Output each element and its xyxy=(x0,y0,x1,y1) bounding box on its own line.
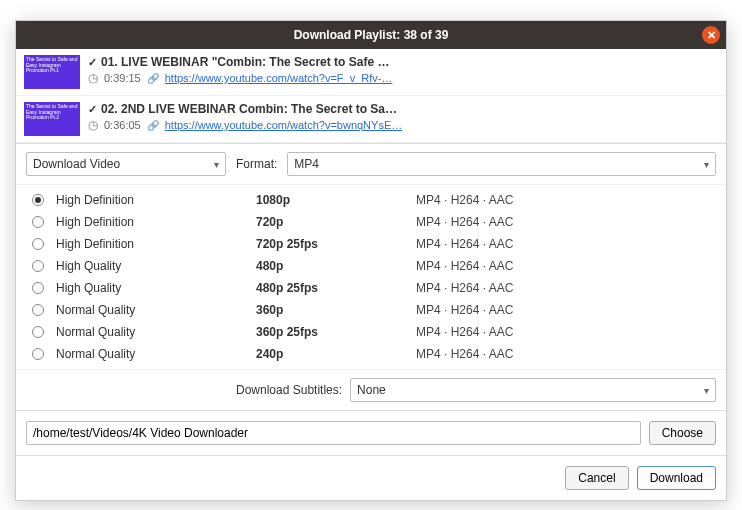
quality-name: High Definition xyxy=(56,215,256,229)
path-row: Choose xyxy=(16,410,726,455)
quality-list[interactable]: High Definition1080pMP4 · H264 · AACHigh… xyxy=(16,185,726,369)
quality-name: High Quality xyxy=(56,259,256,273)
playlist-item[interactable]: The Secret to Safe and Easy Instagram Pr… xyxy=(16,49,726,96)
video-title: 01. LIVE WEBINAR "Combin: The Secret to … xyxy=(101,55,389,69)
quality-codec: MP4 · H264 · AAC xyxy=(416,237,513,251)
video-url-link[interactable]: https://www.youtube.com/watch?v=F_v_Rfv-… xyxy=(165,72,393,84)
quality-name: Normal Quality xyxy=(56,325,256,339)
subtitles-select[interactable]: None xyxy=(350,378,716,402)
quality-resolution: 480p xyxy=(256,259,416,273)
download-button[interactable]: Download xyxy=(637,466,716,490)
subtitles-value: None xyxy=(357,383,386,397)
quality-resolution: 360p 25fps xyxy=(256,325,416,339)
quality-name: High Definition xyxy=(56,237,256,251)
quality-resolution: 720p xyxy=(256,215,416,229)
close-button[interactable]: ✕ xyxy=(702,26,720,44)
quality-option[interactable]: High Definition1080pMP4 · H264 · AAC xyxy=(16,189,726,211)
video-title: 02. 2ND LIVE WEBINAR Combin: The Secret … xyxy=(101,102,397,116)
quality-codec: MP4 · H264 · AAC xyxy=(416,347,513,361)
download-mode-value: Download Video xyxy=(33,157,120,171)
choose-button[interactable]: Choose xyxy=(649,421,716,445)
close-icon: ✕ xyxy=(707,29,716,42)
quality-name: Normal Quality xyxy=(56,303,256,317)
radio-icon xyxy=(32,238,44,250)
playlist-item-info: ✓02. 2ND LIVE WEBINAR Combin: The Secret… xyxy=(88,102,718,136)
quality-codec: MP4 · H264 · AAC xyxy=(416,325,513,339)
format-value: MP4 xyxy=(294,157,319,171)
video-url-link[interactable]: https://www.youtube.com/watch?v=bwnqNYsE… xyxy=(165,119,403,131)
format-controls-row: Download Video Format: MP4 xyxy=(16,144,726,185)
quality-name: High Quality xyxy=(56,281,256,295)
link-icon xyxy=(147,119,159,131)
clock-icon xyxy=(88,71,98,85)
radio-icon xyxy=(32,348,44,360)
radio-icon xyxy=(32,282,44,294)
check-icon: ✓ xyxy=(88,56,97,69)
quality-option[interactable]: High Definition720pMP4 · H264 · AAC xyxy=(16,211,726,233)
quality-name: Normal Quality xyxy=(56,347,256,361)
video-thumbnail: The Secret to Safe and Easy Instagram Pr… xyxy=(24,102,80,136)
playlist-item[interactable]: The Secret to Safe and Easy Instagram Pr… xyxy=(16,96,726,143)
quality-resolution: 1080p xyxy=(256,193,416,207)
quality-resolution: 360p xyxy=(256,303,416,317)
quality-option[interactable]: Normal Quality360p 25fpsMP4 · H264 · AAC xyxy=(16,321,726,343)
check-icon: ✓ xyxy=(88,103,97,116)
radio-icon xyxy=(32,260,44,272)
format-label: Format: xyxy=(236,157,277,171)
quality-option[interactable]: Normal Quality360pMP4 · H264 · AAC xyxy=(16,299,726,321)
download-mode-select[interactable]: Download Video xyxy=(26,152,226,176)
quality-name: High Definition xyxy=(56,193,256,207)
radio-icon xyxy=(32,326,44,338)
cancel-button[interactable]: Cancel xyxy=(565,466,628,490)
subtitles-label: Download Subtitles: xyxy=(236,383,342,397)
quality-resolution: 480p 25fps xyxy=(256,281,416,295)
titlebar: Download Playlist: 38 of 39 ✕ xyxy=(16,21,726,49)
quality-resolution: 240p xyxy=(256,347,416,361)
link-icon xyxy=(147,72,159,84)
playlist-item-info: ✓01. LIVE WEBINAR "Combin: The Secret to… xyxy=(88,55,718,89)
quality-option[interactable]: Normal Quality240pMP4 · H264 · AAC xyxy=(16,343,726,365)
playlist-list[interactable]: The Secret to Safe and Easy Instagram Pr… xyxy=(16,49,726,144)
quality-option[interactable]: High Quality480pMP4 · H264 · AAC xyxy=(16,255,726,277)
quality-codec: MP4 · H264 · AAC xyxy=(416,259,513,273)
radio-icon xyxy=(32,216,44,228)
subtitles-row: Download Subtitles: None xyxy=(16,369,726,410)
download-playlist-dialog: Download Playlist: 38 of 39 ✕ The Secret… xyxy=(15,20,727,501)
quality-codec: MP4 · H264 · AAC xyxy=(416,215,513,229)
format-select[interactable]: MP4 xyxy=(287,152,716,176)
video-thumbnail: The Secret to Safe and Easy Instagram Pr… xyxy=(24,55,80,89)
quality-codec: MP4 · H264 · AAC xyxy=(416,193,513,207)
dialog-footer: Cancel Download xyxy=(16,455,726,500)
radio-icon xyxy=(32,304,44,316)
window-title: Download Playlist: 38 of 39 xyxy=(294,28,449,42)
quality-codec: MP4 · H264 · AAC xyxy=(416,303,513,317)
video-duration: 0:39:15 xyxy=(104,72,141,84)
quality-codec: MP4 · H264 · AAC xyxy=(416,281,513,295)
destination-path-input[interactable] xyxy=(26,421,641,445)
radio-icon xyxy=(32,194,44,206)
quality-resolution: 720p 25fps xyxy=(256,237,416,251)
quality-option[interactable]: High Definition720p 25fpsMP4 · H264 · AA… xyxy=(16,233,726,255)
video-duration: 0:36:05 xyxy=(104,119,141,131)
clock-icon xyxy=(88,118,98,132)
quality-option[interactable]: High Quality480p 25fpsMP4 · H264 · AAC xyxy=(16,277,726,299)
